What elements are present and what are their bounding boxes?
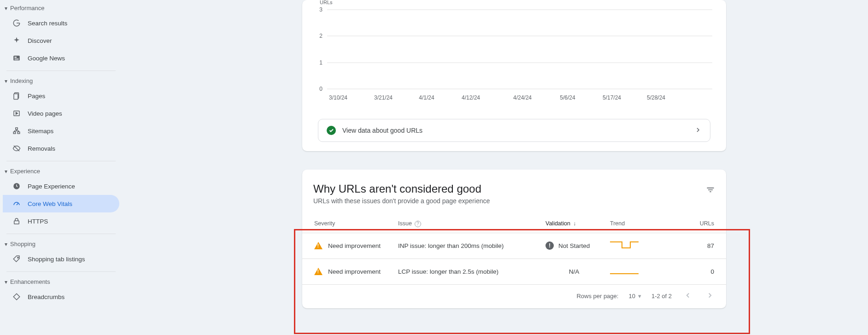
warning-icon — [314, 268, 323, 275]
divider — [6, 161, 116, 161]
x-tick: 4/24/24 — [513, 94, 532, 101]
sidebar-item-label: Video pages — [28, 110, 62, 117]
table-row[interactable]: Need improvement LCP issue: longer than … — [302, 259, 726, 284]
chart-y-label: URLs — [320, 0, 333, 5]
video-pages-icon — [12, 109, 21, 118]
sidebar-item-video-pages[interactable]: Video pages — [3, 105, 119, 122]
next-page-button[interactable] — [704, 289, 716, 303]
section-label: Indexing — [10, 77, 33, 84]
svg-rect-9 — [18, 132, 20, 134]
discover-icon — [12, 36, 21, 45]
col-validation[interactable]: Validation↓ — [542, 215, 606, 233]
svg-point-12 — [18, 257, 18, 258]
sidebar-item-shopping-tab-listings[interactable]: Shopping tab listings — [3, 250, 119, 268]
sidebar-item-label: Google News — [28, 55, 65, 62]
issues-table: Severity Issue? Validation↓ Trend URLs N… — [302, 215, 726, 285]
svg-rect-8 — [13, 132, 16, 134]
sidebar-item-breadcrumbs[interactable]: Breadcrumbs — [3, 288, 119, 306]
x-tick: 4/1/24 — [419, 94, 434, 101]
y-tick: 2 — [319, 33, 323, 39]
chevron-down-icon: ▾ — [5, 241, 7, 247]
check-circle-icon — [327, 126, 336, 135]
issues-heading: Why URLs aren't considered good — [302, 182, 726, 195]
validation-value: N/A — [542, 259, 606, 284]
table-row[interactable]: Need improvement INP issue: longer than … — [302, 233, 726, 259]
urls-value: 0 — [657, 259, 726, 284]
severity-value: Need improvement — [328, 268, 381, 275]
sidebar-item-label: Search results — [28, 20, 67, 27]
rows-per-page-select[interactable]: 10 ▾ — [628, 293, 641, 300]
issues-subheading: URLs with these issues don't provide a g… — [302, 195, 726, 205]
sort-down-icon: ↓ — [573, 220, 576, 227]
prev-page-button[interactable] — [682, 289, 694, 303]
sidebar-item-label: Shopping tab listings — [28, 256, 85, 263]
sidebar-item-label: Pages — [28, 93, 45, 100]
filter-icon[interactable] — [706, 185, 715, 196]
urls-value: 87 — [657, 233, 726, 259]
section-header-experience[interactable]: ▾ Experience — [0, 164, 122, 177]
chevron-right-icon — [694, 126, 702, 135]
sidebar-item-label: HTTPS — [28, 218, 48, 225]
page-range: 1-2 of 2 — [651, 293, 672, 300]
diamond-icon — [12, 292, 21, 301]
divider — [6, 71, 116, 71]
svg-rect-2 — [15, 59, 19, 59]
col-severity[interactable]: Severity — [302, 215, 394, 233]
trend-sparkline — [610, 265, 639, 276]
sidebar-item-https[interactable]: HTTPS — [3, 212, 119, 230]
sitemaps-icon — [12, 126, 21, 135]
section-header-performance[interactable]: ▾ Performance — [0, 1, 122, 14]
speedometer-icon — [12, 199, 21, 208]
sidebar-item-google-news[interactable]: Google News — [3, 49, 119, 67]
chevron-down-icon: ▾ — [5, 168, 7, 175]
y-tick: 0 — [319, 86, 323, 92]
x-tick: 4/12/24 — [462, 94, 480, 101]
svg-rect-11 — [14, 221, 19, 224]
sidebar-item-removals[interactable]: Removals — [3, 140, 119, 157]
issue-value: INP issue: longer than 200ms (mobile) — [394, 233, 542, 259]
issue-value: LCP issue: longer than 2.5s (mobile) — [394, 259, 542, 284]
sidebar: ▾ Performance Search results Discover Go… — [0, 0, 122, 335]
chevron-down-icon: ▾ — [5, 279, 7, 285]
chevron-down-icon: ▾ — [5, 78, 7, 84]
section-label: Enhancements — [10, 278, 50, 285]
section-header-enhancements[interactable]: ▾ Enhancements — [0, 275, 122, 288]
warning-icon — [314, 242, 323, 249]
svg-rect-7 — [16, 128, 18, 129]
col-urls[interactable]: URLs — [657, 215, 726, 233]
y-tick: 3 — [319, 6, 323, 13]
help-icon[interactable]: ? — [415, 221, 421, 227]
divider — [6, 234, 116, 234]
chevron-down-icon: ▾ — [638, 293, 641, 300]
lock-icon — [12, 217, 21, 226]
sidebar-item-label: Core Web Vitals — [28, 200, 72, 207]
y-tick: 1 — [319, 59, 323, 66]
tag-icon — [12, 254, 21, 264]
chart-card: URLs 3 2 1 0 3/10/24 3/21/24 4/1/24 4/12… — [302, 0, 726, 151]
sidebar-item-sitemaps[interactable]: Sitemaps — [3, 122, 119, 140]
section-header-indexing[interactable]: ▾ Indexing — [0, 74, 122, 87]
view-good-urls-link[interactable]: View data about good URLs — [318, 119, 710, 142]
x-tick: 5/6/24 — [560, 94, 575, 101]
not-started-icon: ! — [545, 241, 554, 250]
severity-value: Need improvement — [328, 242, 381, 249]
urls-chart: 3 2 1 0 3/10/24 3/21/24 4/1/24 4/12/24 4… — [311, 0, 717, 106]
removals-icon — [12, 144, 21, 153]
svg-rect-1 — [15, 57, 17, 58]
sidebar-item-pages[interactable]: Pages — [3, 87, 119, 105]
sidebar-item-core-web-vitals[interactable]: Core Web Vitals — [3, 195, 119, 212]
section-header-shopping[interactable]: ▾ Shopping — [0, 237, 122, 250]
divider — [6, 271, 116, 272]
x-tick: 5/17/24 — [603, 94, 621, 101]
col-issue[interactable]: Issue? — [394, 215, 542, 233]
col-trend[interactable]: Trend — [606, 215, 657, 233]
sidebar-item-discover[interactable]: Discover — [3, 32, 119, 49]
sidebar-item-page-experience[interactable]: Page Experience — [3, 177, 119, 195]
main-content: URLs 3 2 1 0 3/10/24 3/21/24 4/1/24 4/12… — [302, 0, 735, 308]
good-urls-link-label: View data about good URLs — [342, 127, 422, 134]
svg-rect-3 — [15, 59, 19, 60]
x-tick: 3/21/24 — [374, 94, 393, 101]
news-icon — [12, 53, 21, 63]
validation-value: Not Started — [558, 242, 590, 249]
sidebar-item-search-results[interactable]: Search results — [3, 14, 119, 32]
